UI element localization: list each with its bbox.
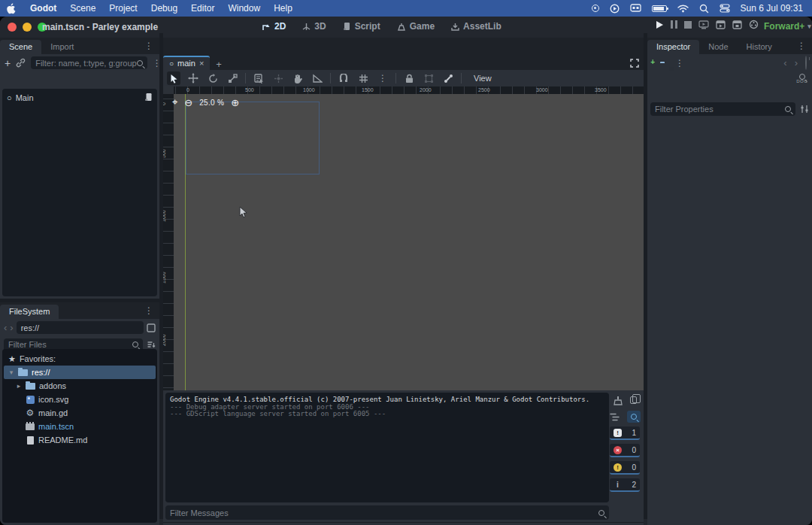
menu-scene[interactable]: Scene <box>63 0 102 17</box>
remote-debug-button[interactable] <box>698 20 709 29</box>
menu-help[interactable]: Help <box>267 0 299 17</box>
pause-button[interactable] <box>671 20 677 29</box>
history-forward-icon[interactable]: › <box>10 322 13 333</box>
movie-maker-icon[interactable] <box>749 20 759 29</box>
clear-output-icon[interactable] <box>614 393 623 407</box>
fs-item-icon-svg[interactable]: icon.svg <box>2 393 157 406</box>
filter-messages-input[interactable]: Filter Messages <box>165 505 609 520</box>
zoom-out-button[interactable]: ⊖ <box>184 97 192 108</box>
filter-properties-input[interactable]: Filter Properties <box>650 102 795 116</box>
tab-node[interactable]: Node <box>699 40 737 54</box>
instance-scene-button[interactable] <box>16 58 26 68</box>
control-center-icon[interactable] <box>720 2 730 14</box>
play-button[interactable] <box>656 20 664 29</box>
position-select-tool[interactable] <box>271 71 285 85</box>
apple-menu[interactable] <box>0 0 23 17</box>
output-log[interactable]: Godot Engine v4.4.1.stable.official (c) … <box>165 393 609 502</box>
tab-2d[interactable]: 2D <box>256 19 292 34</box>
skeleton-options-icon[interactable] <box>441 71 455 85</box>
file-sort-icon[interactable] <box>147 340 156 349</box>
tab-inspector[interactable]: Inspector <box>647 40 699 54</box>
battery-icon[interactable] <box>652 2 667 14</box>
group-icon[interactable] <box>422 71 435 85</box>
tab-assetlib[interactable]: AssetLib <box>445 19 508 34</box>
menu-editor[interactable]: Editor <box>184 0 221 17</box>
search-output-icon[interactable] <box>627 411 641 423</box>
search-help-button[interactable]: DOC <box>796 74 807 83</box>
toggle-messages-filter[interactable]: ! 1 <box>610 426 640 440</box>
scale-tool[interactable] <box>226 71 239 85</box>
current-path-field[interactable]: res:// <box>17 321 144 334</box>
screen-record-icon[interactable] <box>592 2 599 14</box>
fs-item-readme[interactable]: README.md <box>2 433 157 447</box>
fs-item-addons[interactable]: ▸ addons <box>2 379 157 393</box>
renderer-selector[interactable]: Forward+ ▾ <box>764 21 811 32</box>
tab-script[interactable]: Script <box>337 19 386 34</box>
close-window-button[interactable] <box>8 23 17 32</box>
caret-down-icon[interactable]: ▾ <box>8 369 14 376</box>
grid-snap-icon[interactable] <box>356 71 370 85</box>
filesystem-menu-icon[interactable]: ⋮ <box>144 305 153 316</box>
inspector-menu-icon[interactable]: ⋮ <box>797 41 806 51</box>
play-custom-scene-button[interactable] <box>732 20 742 29</box>
spotlight-icon[interactable] <box>699 2 709 14</box>
smart-snap-icon[interactable] <box>337 71 350 85</box>
scene-node-main[interactable]: ○ Main <box>2 89 157 104</box>
menubar-clock[interactable]: Sun 6 Jul 09:31 <box>741 3 803 14</box>
fs-item-res-root[interactable]: ▾ res:// <box>4 366 156 379</box>
menu-project[interactable]: Project <box>102 0 144 17</box>
scene-filter-input[interactable]: Filter: name, t:type, g:group <box>31 56 147 69</box>
fs-item-main-tscn[interactable]: main.tscn <box>2 420 157 433</box>
snap-options-icon[interactable]: ⋮ <box>376 71 389 85</box>
add-node-button[interactable]: + <box>5 57 11 69</box>
caret-right-icon[interactable]: ▸ <box>16 382 22 390</box>
toggle-errors-filter[interactable]: × 0 <box>610 444 640 457</box>
fs-item-main-gd[interactable]: ⚙ main.gd <box>2 406 157 420</box>
tab-game[interactable]: Game <box>391 19 441 34</box>
ruler-tool[interactable] <box>311 71 324 85</box>
new-scene-tab-button[interactable]: + <box>210 59 228 70</box>
stop-button[interactable] <box>684 21 692 29</box>
rotate-tool[interactable] <box>206 71 220 85</box>
close-tab-icon[interactable]: × <box>199 59 204 68</box>
tab-history[interactable]: History <box>738 40 781 54</box>
history-back-icon[interactable]: ‹ <box>4 322 7 333</box>
select-tool[interactable] <box>167 71 180 85</box>
zoom-level[interactable]: 25.0 % <box>199 99 224 107</box>
view-menu-button[interactable]: View <box>468 72 498 84</box>
move-tool[interactable] <box>186 71 200 85</box>
toggle-debug-filter[interactable]: i 2 <box>610 478 640 492</box>
tab-scene[interactable]: Scene <box>0 40 41 54</box>
edit-forward-icon[interactable]: › <box>795 57 798 68</box>
scene-dock-menu-icon[interactable]: ⋮ <box>144 41 153 51</box>
favorites-header[interactable]: ★ Favorites: <box>2 352 157 366</box>
play-scene-button[interactable] <box>716 20 726 29</box>
edit-back-icon[interactable]: ‹ <box>783 57 786 68</box>
tab-import[interactable]: Import <box>41 40 83 54</box>
expand-viewport-icon[interactable] <box>630 59 639 68</box>
lock-icon[interactable] <box>402 71 416 85</box>
scene-tab-main[interactable]: ○ main × <box>163 56 210 70</box>
edit-history-icon[interactable] <box>805 56 807 70</box>
toggle-warnings-filter[interactable]: ! 0 <box>610 461 640 475</box>
menu-window[interactable]: Window <box>221 0 267 17</box>
menu-debug[interactable]: Debug <box>144 0 184 17</box>
list-select-tool[interactable] <box>252 71 265 85</box>
play-status-icon[interactable] <box>610 2 620 14</box>
tab-filesystem[interactable]: FileSystem <box>0 305 59 319</box>
collapse-duplicates-icon[interactable] <box>610 411 620 423</box>
menu-godot[interactable]: Godot <box>23 0 63 17</box>
property-filter-options-icon[interactable] <box>800 105 809 114</box>
attached-script-icon[interactable] <box>144 93 153 103</box>
toggle-split-mode-icon[interactable] <box>147 323 156 332</box>
zoom-in-button[interactable]: ⊕ <box>231 97 239 108</box>
display-icon[interactable] <box>630 2 641 14</box>
wifi-icon[interactable] <box>677 2 689 14</box>
center-view-icon[interactable]: ⌖ <box>172 96 177 108</box>
2d-viewport[interactable]: 0 500 1000 1500 2000 2500 3000 3500 0 50… <box>163 86 644 390</box>
resource-options-icon[interactable]: ⋮ <box>675 58 684 68</box>
copy-output-icon[interactable] <box>630 393 637 407</box>
minimize-window-button[interactable] <box>23 23 32 32</box>
pan-tool[interactable] <box>291 71 304 85</box>
tab-3d[interactable]: 3D <box>296 19 332 34</box>
